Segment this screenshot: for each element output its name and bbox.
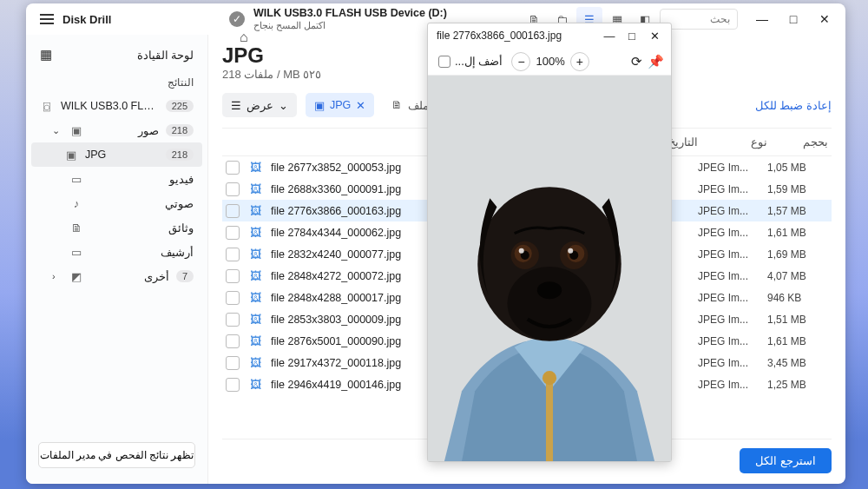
device-name: WILK USB3.0 FLASH USB Device (D:) [253, 7, 447, 20]
results-section-label: النتائج [31, 71, 202, 94]
row-checkbox[interactable] [226, 248, 240, 261]
row-checkbox[interactable] [226, 334, 240, 348]
filter-jpg-label: JPG [330, 99, 351, 111]
audio-tree-item[interactable]: ♪ صوتي [31, 191, 202, 215]
row-checkbox[interactable] [226, 356, 240, 370]
row-checkbox[interactable] [226, 182, 240, 196]
close-button[interactable]: ✕ [809, 7, 840, 31]
svg-point-2 [542, 371, 556, 385]
checkbox-icon [438, 56, 450, 68]
drive-icon: ⌼ [40, 100, 54, 113]
other-label: أخرى [90, 270, 169, 283]
images-count-badge: 218 [166, 124, 194, 136]
filter-jpg-pill[interactable]: ▣ JPG ✕ [306, 93, 374, 117]
row-checkbox[interactable] [226, 226, 240, 240]
recover-all-button[interactable]: استرجع الكل [740, 448, 832, 473]
show-in-file-manager-button[interactable]: تظهر نتائج الفحص في مدير الملفات [38, 442, 195, 468]
archive-tree-item[interactable]: ▭ أرشيف [31, 240, 202, 264]
row-checkbox[interactable] [226, 291, 240, 305]
file-type: JPEG Im... [698, 314, 767, 326]
other-tree-item[interactable]: › ◩ أخرى 7 [31, 264, 202, 288]
file-icon: 🖼 [250, 204, 264, 217]
images-label: صور [90, 124, 159, 137]
device-tree-item[interactable]: ⌼ WILK USB3.0 FLASH USB... 225 [31, 94, 202, 118]
chevron-right-icon: › [52, 271, 62, 281]
file-size: 1,61 MB [767, 227, 828, 239]
pin-icon[interactable]: 📌 [648, 54, 664, 69]
file-size: 1,57 MB [767, 205, 828, 217]
filter-view-pill[interactable]: ☰ عرض ⌄ [222, 93, 297, 117]
device-count-badge: 225 [166, 100, 194, 112]
col-type[interactable]: نوع [698, 135, 767, 149]
row-checkbox[interactable] [226, 378, 240, 392]
preview-minimize-button[interactable]: — [598, 30, 621, 43]
file-type: JPEG Im... [698, 205, 767, 217]
archive-label: أرشيف [90, 246, 194, 259]
docs-tree-item[interactable]: 🗎 وثائق [31, 215, 202, 240]
file-type: JPEG Im... [698, 335, 767, 347]
document-icon: 🗎 [391, 99, 403, 111]
page-subtitle: ٥٢٥ MB / ملفات 218 [222, 68, 321, 81]
row-checkbox[interactable] [226, 161, 240, 175]
archive-icon: ▭ [69, 246, 83, 259]
images-tree-item[interactable]: ⌄ ▣ صور 218 [31, 118, 202, 142]
file-size: 1,25 MB [767, 379, 828, 391]
dashboard-label[interactable]: لوحة القيادة [61, 49, 194, 62]
row-checkbox[interactable] [226, 204, 240, 218]
file-size: 1,05 MB [767, 162, 828, 174]
filter-view-label: عرض [247, 99, 273, 112]
file-size: 1,61 MB [767, 335, 828, 347]
preview-maximize-button[interactable]: □ [621, 30, 643, 43]
preview-image [428, 76, 671, 461]
svg-point-4 [508, 267, 592, 340]
file-type: JPEG Im... [698, 292, 767, 304]
svg-point-11 [519, 248, 524, 254]
zoom-in-button[interactable]: + [570, 52, 589, 71]
other-count-badge: 7 [176, 270, 194, 282]
file-icon: 🖼 [250, 161, 264, 174]
image-icon: ▣ [314, 99, 325, 112]
other-icon: ◩ [69, 270, 83, 283]
file-size: 1,51 MB [767, 314, 828, 326]
zoom-out-button[interactable]: − [511, 52, 530, 71]
file-type: JPEG Im... [698, 270, 767, 282]
add-to-label: ...أضف إل [455, 55, 503, 68]
close-icon[interactable]: ✕ [356, 99, 365, 112]
reset-all-link[interactable]: إعادة ضبط للكل [755, 99, 832, 112]
scan-status: اكتمل المسح بنجاح [253, 20, 447, 31]
file-type: JPEG Im... [698, 248, 767, 261]
preview-close-button[interactable]: ✕ [643, 30, 666, 43]
sidebar: ▦ لوحة القيادة النتائج ⌼ WILK USB3.0 FLA… [26, 35, 208, 484]
menu-icon[interactable] [40, 14, 54, 24]
file-type: JPEG Im... [698, 357, 767, 369]
file-icon: 🖼 [250, 291, 264, 304]
file-size: 1,59 MB [767, 183, 828, 195]
file-size: 4,07 MB [767, 270, 828, 282]
file-type: JPEG Im... [698, 183, 767, 195]
add-to-button[interactable]: ...أضف إل [435, 53, 506, 69]
scan-complete-icon: ✓ [229, 11, 245, 27]
home-icon[interactable]: ⌂ [240, 30, 248, 45]
maximize-button[interactable]: □ [778, 7, 809, 31]
file-type: JPEG Im... [698, 227, 767, 239]
svg-point-13 [537, 281, 562, 299]
col-size[interactable]: بحجم [767, 135, 828, 149]
row-checkbox[interactable] [226, 313, 240, 327]
preview-title-bar: file 2776x3866_000163.jpg — □ ✕ [428, 23, 671, 48]
file-icon: 🖼 [250, 269, 264, 282]
file-icon: 🖼 [250, 248, 264, 261]
file-icon: 🖼 [250, 378, 264, 391]
chevron-down-icon: ⌄ [52, 125, 62, 136]
jpg-icon: ▣ [64, 149, 78, 162]
minimize-button[interactable]: — [746, 7, 778, 31]
video-tree-item[interactable]: ▭ فيديو [31, 167, 202, 191]
app-title: Disk Drill [62, 13, 111, 26]
device-tree-label: WILK USB3.0 FLASH USB... [61, 100, 159, 112]
dashboard-icon: ▦ [40, 47, 52, 63]
image-icon: ▣ [69, 124, 83, 137]
row-checkbox[interactable] [226, 269, 240, 283]
audio-icon: ♪ [69, 197, 83, 210]
video-label: فيديو [90, 173, 194, 186]
jpg-tree-item[interactable]: ▣ JPG 218 [31, 142, 202, 167]
rotate-icon[interactable]: ⟳ [631, 54, 642, 69]
